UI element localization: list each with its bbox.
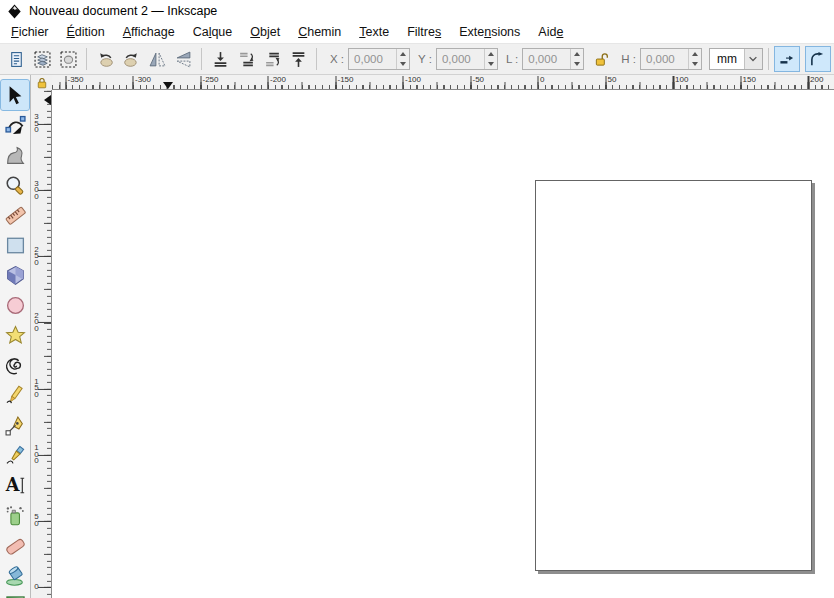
flip-vertical-icon [175,51,192,68]
v-ruler-label: 350 [33,114,40,134]
menu-item-édition[interactable]: Édition [58,22,114,43]
bezier-pen-tool[interactable] [1,410,29,440]
h-ruler-label: 0 [540,75,544,84]
bezier-pen-icon [5,415,26,436]
rotate-cw-button[interactable] [118,46,144,72]
measure-tool[interactable] [1,200,29,230]
ruler-position-marker [163,82,173,89]
zoom-tool[interactable] [1,170,29,200]
h-ruler-label: 50 [608,75,617,84]
unit-select[interactable]: mm [709,48,763,70]
main-area: A -350-300-250-200-150-100-5005010015020… [0,75,834,598]
menu-item-fichier[interactable]: Fichier [2,22,58,43]
vertical-ruler[interactable]: 350300250200150100500 [31,90,52,598]
x-spinner[interactable] [396,49,409,69]
menu-item-texte[interactable]: Texte [350,22,398,43]
w-spinner[interactable] [570,49,583,69]
lower-one-step-button[interactable] [233,46,259,72]
w-field[interactable] [522,48,584,70]
spiral-icon [5,355,26,376]
toolbar-separator [768,48,769,70]
rectangle-tool[interactable] [1,230,29,260]
spinner-down-icon[interactable] [397,59,409,69]
lower-to-bottom-button[interactable] [207,46,233,72]
document-page[interactable] [535,180,812,571]
deselect-button[interactable] [55,46,81,72]
horizontal-ruler[interactable]: -350-300-250-200-150-100-50050100150200 [52,75,834,90]
inkscape-window: Nouveau document 2 — Inkscape FichierÉdi… [0,0,834,598]
menu-item-aide[interactable]: Aide [529,22,572,43]
scale-rounded-corners-toggle[interactable] [805,46,831,72]
spinner-up-icon[interactable] [571,49,583,59]
ellipse-tool[interactable] [1,290,29,320]
toolbar-toggles [774,46,834,72]
y-spinner[interactable] [484,49,497,69]
tweak-tool[interactable] [1,140,29,170]
pencil-tool[interactable] [1,380,29,410]
box-3d-tool[interactable] [1,260,29,290]
h-ruler-label: -250 [203,75,219,84]
rotate-cw-icon [123,51,140,68]
toolbar-button-groups [3,46,311,72]
y-field[interactable] [436,48,498,70]
rotate-ccw-button[interactable] [92,46,118,72]
raise-one-step-button[interactable] [259,46,285,72]
x-field-group: X : [330,48,410,70]
menu-item-calque[interactable]: Calque [184,22,242,43]
ruler-row: -350-300-250-200-150-100-50050100150200 [31,75,834,90]
h-spinner[interactable] [688,49,701,69]
w-input[interactable] [523,49,570,69]
ruler-position-marker [44,95,51,105]
toolbar-separator [201,48,202,70]
y-input[interactable] [437,49,484,69]
unit-dropdown-button[interactable] [744,49,762,69]
raise-to-top-button[interactable] [285,46,311,72]
v-ruler-label: 0 [33,584,40,591]
w-field-label: L : [506,53,518,65]
window-title: Nouveau document 2 — Inkscape [29,4,217,18]
deselect-icon [60,51,77,68]
select-all-layers-button[interactable] [29,46,55,72]
star-icon [5,325,26,346]
menu-item-filtres[interactable]: Filtres [398,22,450,43]
x-input[interactable] [349,49,396,69]
spinner-up-icon[interactable] [485,49,497,59]
h-input[interactable] [641,49,688,69]
x-field[interactable] [348,48,410,70]
rectangle-icon [5,235,26,256]
tweak-icon [5,145,26,166]
paint-bucket-tool[interactable] [1,560,29,590]
select-all-button[interactable] [3,46,29,72]
lock-guides-toggle[interactable] [31,75,52,90]
menu-item-extensions[interactable]: Extensions [450,22,529,43]
scale-stroke-width-toggle[interactable] [774,46,800,72]
flip-vertical-button[interactable] [170,46,196,72]
menu-item-objet[interactable]: Objet [241,22,289,43]
drawing-canvas[interactable] [52,90,834,598]
eraser-tool[interactable] [1,530,29,560]
spinner-down-icon[interactable] [485,59,497,69]
h-ruler-label: -200 [270,75,286,84]
v-ruler-label: 300 [33,181,40,201]
canvas-row: 350300250200150100500 [31,90,834,598]
flip-horizontal-button[interactable] [144,46,170,72]
lock-width-height-toggle[interactable] [592,50,610,68]
v-ruler-label: 50 [33,514,40,527]
node-editor-tool[interactable] [1,110,29,140]
calligraphy-tool[interactable] [1,440,29,470]
menu-item-affichage[interactable]: Affichage [114,22,184,43]
text-tool[interactable]: A [1,470,29,500]
gradient-tool[interactable] [1,590,29,598]
star-tool[interactable] [1,320,29,350]
spinner-up-icon[interactable] [689,49,701,59]
spiral-tool[interactable] [1,350,29,380]
menu-item-chemin[interactable]: Chemin [289,22,350,43]
h-field[interactable] [640,48,702,70]
spray-tool[interactable] [1,500,29,530]
h-ruler-label: -150 [338,75,354,84]
spinner-up-icon[interactable] [397,49,409,59]
selector-tool[interactable] [1,80,29,110]
menu-bar: FichierÉditionAffichageCalqueObjetChemin… [0,22,834,44]
spinner-down-icon[interactable] [571,59,583,69]
spinner-down-icon[interactable] [689,59,701,69]
